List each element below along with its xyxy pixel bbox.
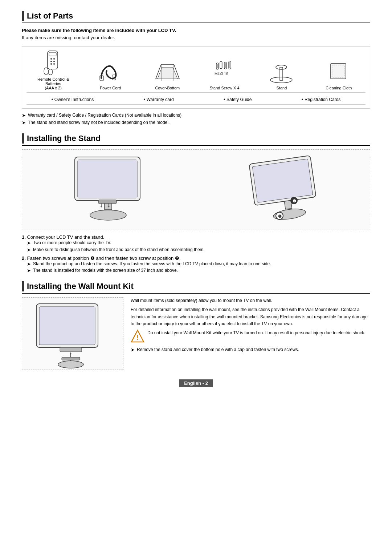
cover-bottom-image bbox=[155, 59, 180, 84]
svg-text:↑: ↑ bbox=[69, 350, 72, 358]
svg-point-9 bbox=[48, 69, 53, 75]
power-cord-label: Power Cord bbox=[100, 86, 121, 90]
svg-rect-36 bbox=[98, 200, 117, 203]
stand-label: Stand bbox=[277, 86, 287, 90]
part-cleaning-cloth: Cleaning Cloth bbox=[312, 59, 366, 90]
svg-text:❶: ❶ bbox=[278, 214, 282, 218]
part-remote: Remote Control &Batteries(AAA x 2) bbox=[26, 50, 80, 90]
accessory-owners-instructions: • Owner's Instructions bbox=[52, 97, 94, 102]
wall-mount-text: Wall mount items (sold separately) allow… bbox=[131, 297, 370, 370]
accessory-warranty-card: • Warranty card bbox=[143, 97, 173, 102]
section-title-list-of-parts: List of Parts bbox=[22, 11, 370, 23]
section-title-wall-mount: Installing the Wall Mount Kit bbox=[22, 281, 370, 294]
intro-line1: Please make sure the following items are… bbox=[22, 28, 176, 33]
warning-icon: ! bbox=[131, 330, 144, 343]
intro-text: Please make sure the following items are… bbox=[22, 27, 370, 41]
wall-mount-diagram: ↑ bbox=[22, 297, 123, 370]
svg-text:M4XL16: M4XL16 bbox=[215, 72, 228, 76]
parts-notes: ➤ Warranty card / Safety Guide / Registr… bbox=[22, 112, 370, 126]
svg-point-8 bbox=[44, 68, 48, 75]
parts-note-2: ➤ The stand and stand screw may not be i… bbox=[22, 120, 370, 126]
cleaning-cloth-image bbox=[326, 59, 351, 84]
stand-diagrams-box: ↓ ↓ ❷ bbox=[22, 149, 370, 230]
parts-images-row: Remote Control &Batteries(AAA x 2) Power… bbox=[26, 50, 366, 93]
wall-mount-para-2: For detailed information on installing t… bbox=[131, 306, 370, 327]
arrow-icon-wall: ➤ bbox=[131, 346, 135, 354]
stand-screw-image: M4XL16 bbox=[212, 59, 237, 84]
list-of-parts-heading: List of Parts bbox=[27, 11, 73, 21]
power-cord-image bbox=[98, 59, 123, 84]
arrow-icon-1: ➤ bbox=[22, 112, 26, 119]
svg-point-25 bbox=[270, 77, 292, 83]
cleaning-cloth-label: Cleaning Cloth bbox=[326, 86, 352, 90]
install-step-2: 2. Fasten two screws at position ❶ and t… bbox=[22, 255, 370, 274]
svg-marker-13 bbox=[158, 67, 177, 79]
installing-wall-mount-section: Installing the Wall Mount Kit bbox=[22, 281, 370, 370]
install-steps: 1. Connect your LCD TV and the stand. ➤ … bbox=[22, 234, 370, 274]
svg-rect-49 bbox=[62, 357, 80, 360]
intro-line2: If any items are missing, contact your d… bbox=[22, 35, 115, 40]
parts-note-1: ➤ Warranty card / Safety Guide / Registr… bbox=[22, 112, 370, 119]
part-cover-bottom: Cover-Bottom bbox=[141, 59, 194, 90]
list-of-parts-section: List of Parts Please make sure the follo… bbox=[22, 11, 370, 126]
accessory-registration-cards: • Registration Cards bbox=[302, 97, 341, 102]
step-1-text: 1. Connect your LCD TV and the stand. bbox=[22, 234, 370, 240]
svg-rect-31 bbox=[78, 160, 137, 198]
page-footer: English - 2 bbox=[22, 377, 370, 387]
stand-image bbox=[269, 59, 294, 84]
title-bar-decoration-3 bbox=[22, 281, 24, 291]
remote-image bbox=[41, 50, 66, 76]
svg-point-5 bbox=[53, 61, 55, 62]
svg-point-7 bbox=[53, 63, 55, 65]
step-1-sub-note-2: ➤ Make sure to distinguish between the f… bbox=[27, 247, 370, 253]
part-power-cord: Power Cord bbox=[83, 59, 137, 90]
installing-stand-heading: Installing the Stand bbox=[27, 134, 101, 143]
wall-mount-content: ↑ Wall mount items (sold separately) all… bbox=[22, 297, 370, 370]
title-bar-decoration-2 bbox=[22, 133, 24, 144]
svg-rect-28 bbox=[331, 64, 346, 79]
svg-text:❷: ❷ bbox=[293, 199, 296, 203]
part-stand: Stand bbox=[255, 59, 308, 90]
svg-point-3 bbox=[53, 58, 55, 60]
svg-point-2 bbox=[50, 58, 52, 60]
install-step-1: 1. Connect your LCD TV and the stand. ➤ … bbox=[22, 234, 370, 253]
svg-point-50 bbox=[58, 361, 83, 368]
step-1-sub-note-1: ➤ Two or more people should carry the TV… bbox=[27, 240, 370, 246]
warning-text: Do not install your Wall Mount Kit while… bbox=[147, 330, 365, 336]
stand-diagram-2: ❷ ❶ bbox=[204, 153, 358, 226]
svg-rect-1 bbox=[49, 52, 56, 56]
remote-label: Remote Control &Batteries(AAA x 2) bbox=[37, 77, 69, 90]
svg-text:!: ! bbox=[136, 334, 139, 341]
svg-point-33 bbox=[90, 210, 126, 220]
wall-mount-heading: Installing the Wall Mount Kit bbox=[27, 282, 134, 291]
page-number-label: English - 2 bbox=[184, 380, 208, 386]
accessories-row: • Owner's Instructions • Warranty card •… bbox=[26, 95, 366, 105]
accessory-safety-guide: • Safety Guide bbox=[224, 97, 252, 102]
installing-stand-section: Installing the Stand ↓ ↓ bbox=[22, 133, 370, 274]
svg-rect-38 bbox=[252, 159, 313, 202]
part-stand-screw: M4XL16 Stand Screw X 4 bbox=[198, 59, 251, 90]
wall-bottom-note: ➤ Remove the stand and cover the bottom … bbox=[131, 346, 370, 354]
cover-bottom-label: Cover-Bottom bbox=[155, 86, 180, 90]
svg-point-6 bbox=[50, 63, 52, 65]
title-bar-decoration bbox=[22, 11, 24, 21]
page-number-badge: English - 2 bbox=[179, 379, 213, 387]
step-2-text: 2. Fasten two screws at position ❶ and t… bbox=[22, 255, 370, 261]
warning-box: ! Do not install your Wall Mount Kit whi… bbox=[131, 330, 370, 343]
arrow-icon-2: ➤ bbox=[22, 120, 26, 126]
wall-mount-para-1: Wall mount items (sold separately) allow… bbox=[131, 297, 370, 304]
step-2-sub-note-1: ➤ Stand the product up and fasten the sc… bbox=[27, 261, 370, 267]
svg-point-4 bbox=[50, 61, 52, 62]
parts-box: Remote Control &Batteries(AAA x 2) Power… bbox=[22, 46, 370, 109]
stand-diagram-1: ↓ ↓ bbox=[34, 153, 187, 226]
stand-screw-label: Stand Screw X 4 bbox=[210, 86, 240, 90]
section-title-installing-stand: Installing the Stand bbox=[22, 133, 370, 146]
svg-rect-46 bbox=[39, 307, 95, 345]
step-2-sub-note-2: ➤ The stand is installed for models with… bbox=[27, 267, 370, 274]
